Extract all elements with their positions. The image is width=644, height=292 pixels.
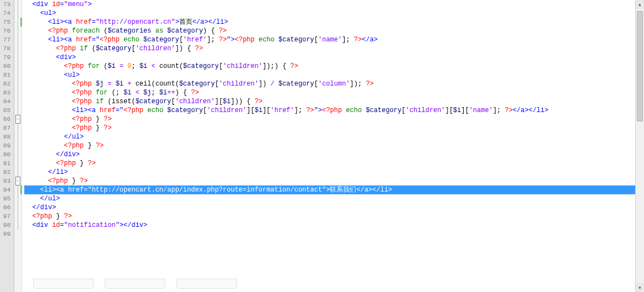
code-token: isset: [111, 97, 131, 106]
fold-guide-line: [18, 203, 18, 212]
code-line[interactable]: <li><a href="<?php echo $category['href'…: [24, 35, 644, 44]
code-token: =: [60, 221, 64, 230]
code-line[interactable]: <?php if ($category['children']) { ?>: [24, 44, 644, 53]
code-line[interactable]: <ul>: [24, 9, 644, 18]
fold-cell[interactable]: [14, 62, 22, 71]
fold-cell[interactable]: [14, 26, 22, 35]
code-token: id: [52, 221, 60, 230]
fold-guide-line: [18, 44, 18, 53]
code-token: [124, 62, 127, 71]
code-token: $i: [255, 106, 262, 115]
code-line[interactable]: <?php } ?>: [24, 177, 644, 185]
code-token: [24, 97, 72, 106]
code-line[interactable]: <li><a href="http://opencart.cn/app/inde…: [24, 185, 644, 194]
fold-cell[interactable]: [14, 141, 22, 150]
code-line[interactable]: <?php $j = $i + ceil(count($category['ch…: [24, 79, 644, 88]
code-token: 'children': [207, 106, 246, 115]
fold-cell[interactable]: [14, 212, 22, 221]
code-token: ;: [151, 88, 159, 97]
code-line[interactable]: <li><a href="http://opencart.cn">首页</a><…: [24, 18, 644, 26]
fold-cell[interactable]: −: [14, 115, 22, 124]
code-line[interactable]: </li>: [24, 168, 644, 177]
code-token: "notification": [64, 221, 120, 230]
fold-column[interactable]: −−: [14, 0, 22, 292]
fold-cell[interactable]: [14, 44, 22, 53]
scroll-thumb[interactable]: [637, 11, 643, 121]
code-line[interactable]: <li><a href="<?php echo $category['child…: [24, 106, 644, 115]
fold-cell[interactable]: [14, 221, 22, 230]
line-number: 99: [0, 230, 10, 238]
code-token: =": [116, 106, 124, 115]
code-token: ?>: [96, 141, 104, 150]
fold-minus-icon[interactable]: −: [15, 177, 20, 185]
code-line[interactable]: <ul>: [24, 71, 644, 79]
fold-cell[interactable]: [14, 53, 22, 62]
code-token: [: [179, 35, 183, 44]
scroll-up-arrow-icon[interactable]: ▲: [636, 0, 644, 9]
fold-cell[interactable]: [14, 106, 22, 115]
fold-cell[interactable]: [14, 124, 22, 132]
fold-minus-icon[interactable]: −: [15, 115, 20, 124]
code-line[interactable]: <?php } ?>: [24, 141, 644, 150]
fold-cell[interactable]: −: [14, 177, 22, 185]
fold-guide-line: [18, 88, 18, 97]
code-token: <?php: [322, 106, 346, 115]
code-token: 'children': [219, 79, 259, 88]
fold-cell[interactable]: [14, 230, 22, 238]
code-line[interactable]: <?php for ($i = 0; $i < count($category[…: [24, 62, 644, 71]
code-token: <?php: [72, 97, 95, 106]
code-line[interactable]: </div>: [24, 150, 644, 159]
fold-cell[interactable]: [14, 203, 22, 212]
code-line[interactable]: <?php if (isset($category['children'][$i…: [24, 97, 644, 106]
fold-cell[interactable]: [14, 0, 22, 9]
code-line[interactable]: [24, 230, 644, 238]
code-token: $category: [366, 106, 401, 115]
fold-cell[interactable]: [14, 88, 22, 97]
code-token: $category: [179, 79, 215, 88]
fold-cell[interactable]: [14, 79, 22, 88]
code-line[interactable]: </ul>: [24, 194, 644, 203]
vertical-scrollbar[interactable]: ▲ ▼: [635, 0, 644, 292]
code-line[interactable]: <?php } ?>: [24, 212, 644, 221]
code-line[interactable]: <div>: [24, 53, 644, 62]
bottom-tab[interactable]: [176, 279, 237, 289]
change-marker: [20, 185, 22, 194]
code-token: [24, 79, 72, 88]
fold-cell[interactable]: [14, 194, 22, 203]
code-line[interactable]: <div id="notification"></div>: [24, 221, 644, 230]
fold-cell[interactable]: [14, 35, 22, 44]
code-token: (: [175, 79, 179, 88]
fold-cell[interactable]: [14, 97, 22, 106]
code-token: ?>: [64, 212, 72, 221]
code-token: [24, 0, 32, 9]
code-area[interactable]: <div id="menu"> <ul> <li><a href="http:/…: [22, 0, 644, 292]
code-token: [24, 168, 48, 177]
fold-cell[interactable]: [14, 132, 22, 141]
fold-guide-line: [18, 35, 18, 44]
bottom-tab[interactable]: [33, 279, 94, 289]
code-line[interactable]: </div>: [24, 203, 644, 212]
code-line[interactable]: <div id="menu">: [24, 0, 644, 9]
code-line[interactable]: <?php for (; $i < $j; $i++) { ?>: [24, 88, 644, 97]
code-token: <li><a href="http://opencart.cn/app/inde…: [24, 185, 392, 194]
bottom-tab[interactable]: [105, 279, 165, 289]
code-token: for: [96, 88, 108, 97]
code-token: href: [76, 18, 92, 26]
code-line[interactable]: <?php } ?>: [24, 124, 644, 132]
fold-cell[interactable]: [14, 9, 22, 18]
fold-cell[interactable]: [14, 71, 22, 79]
code-token: [24, 212, 32, 221]
code-line[interactable]: <?php } ?>: [24, 159, 644, 168]
code-token: ];: [493, 106, 505, 115]
scroll-down-arrow-icon[interactable]: ▼: [636, 283, 644, 292]
fold-cell[interactable]: [14, 150, 22, 159]
code-line[interactable]: </ul>: [24, 132, 644, 141]
code-token: >: [88, 0, 92, 9]
fold-cell[interactable]: [14, 159, 22, 168]
code-line[interactable]: <?php foreach ($categories as $category)…: [24, 26, 644, 35]
fold-cell[interactable]: [14, 168, 22, 177]
code-token: ?>: [104, 124, 111, 132]
code-line[interactable]: <?php } ?>: [24, 115, 644, 124]
line-number: 73: [0, 0, 10, 9]
code-token: as: [155, 26, 163, 35]
